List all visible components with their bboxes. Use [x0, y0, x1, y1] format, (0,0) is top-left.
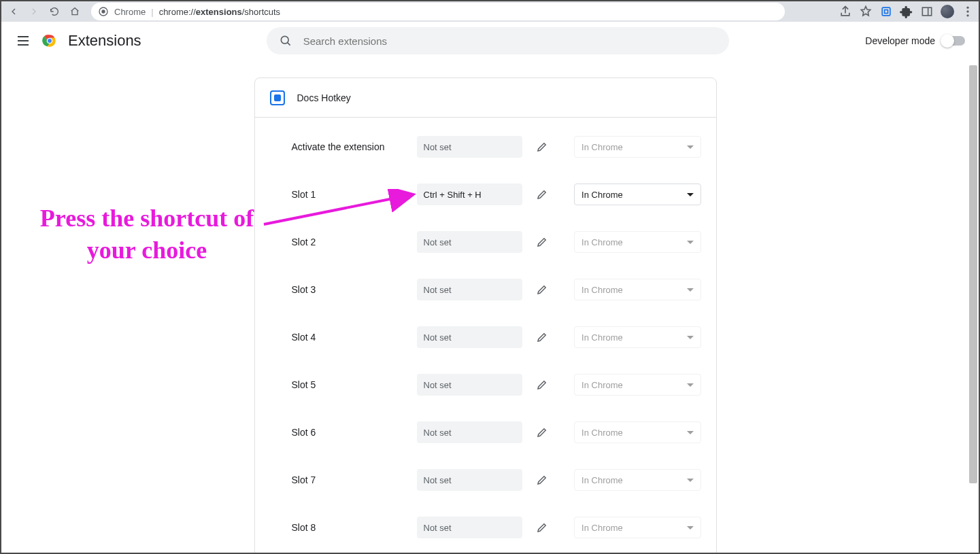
- shortcut-input[interactable]: Not set: [417, 326, 522, 348]
- shortcut-input[interactable]: Not set: [417, 469, 522, 491]
- pencil-icon: [536, 379, 548, 391]
- svg-rect-3: [885, 10, 888, 14]
- reload-button[interactable]: [46, 3, 63, 20]
- shortcut-label: Slot 2: [292, 237, 407, 247]
- edit-shortcut-button[interactable]: [533, 137, 551, 156]
- shortcut-label: Slot 6: [292, 427, 407, 438]
- scope-value: In Chrome: [581, 190, 623, 200]
- side-panel-icon[interactable]: [920, 5, 934, 18]
- address-bar[interactable]: Chrome | chrome://extensions/shortcuts: [91, 3, 785, 20]
- developer-mode-toggle[interactable]: [942, 36, 965, 46]
- content-area: Docs Hotkey Activate the extensionNot se…: [1, 61, 969, 553]
- svg-rect-2: [882, 7, 890, 16]
- shortcut-row: Slot 8Not setIn Chrome: [255, 504, 716, 551]
- browser-toolbar: Chrome | chrome://extensions/shortcuts: [1, 1, 979, 22]
- back-button[interactable]: [5, 3, 22, 20]
- shortcut-label: Slot 3: [292, 284, 407, 295]
- scope-dropdown[interactable]: In Chrome: [574, 184, 700, 205]
- svg-point-7: [966, 10, 968, 12]
- omnibox-url: chrome://extensions/shortcuts: [159, 7, 280, 17]
- extension-icon: [270, 90, 285, 105]
- svg-rect-4: [922, 7, 931, 16]
- pencil-icon: [536, 474, 548, 486]
- scope-value: In Chrome: [581, 332, 623, 343]
- shortcut-input[interactable]: Not set: [417, 136, 522, 158]
- shortcut-input[interactable]: Ctrl + Shift + H: [417, 184, 522, 205]
- shortcut-label: Slot 4: [292, 332, 407, 343]
- scope-value: In Chrome: [581, 475, 623, 485]
- shortcut-input[interactable]: Not set: [417, 517, 522, 538]
- svg-point-8: [966, 14, 968, 16]
- scope-dropdown: In Chrome: [574, 517, 700, 538]
- profile-avatar[interactable]: [941, 5, 954, 18]
- shortcut-row: Slot 6Not setIn Chrome: [255, 409, 716, 456]
- shortcut-label: Slot 5: [292, 379, 407, 390]
- chevron-down-icon: [687, 431, 694, 434]
- edit-shortcut-button[interactable]: [533, 232, 551, 252]
- chevron-down-icon: [687, 193, 694, 196]
- extension-card-header: Docs Hotkey: [255, 78, 716, 118]
- pencil-icon: [536, 331, 548, 343]
- shortcut-input[interactable]: Not set: [417, 231, 522, 253]
- edit-shortcut-button[interactable]: [533, 423, 551, 442]
- edit-shortcut-button[interactable]: [533, 470, 551, 489]
- page-header: Extensions Developer mode: [1, 22, 979, 60]
- pencil-icon: [536, 236, 548, 248]
- chevron-down-icon: [687, 526, 694, 530]
- chevron-down-icon: [687, 336, 694, 339]
- chevron-down-icon: [687, 145, 694, 149]
- shortcut-label: Activate the extension: [292, 141, 407, 152]
- extension-pin-icon[interactable]: [879, 5, 893, 18]
- edit-shortcut-button[interactable]: [533, 185, 551, 204]
- svg-point-15: [281, 36, 288, 44]
- pencil-icon: [536, 283, 548, 296]
- scope-dropdown: In Chrome: [574, 421, 700, 443]
- page-scrollbar[interactable]: [969, 61, 977, 553]
- shortcut-row: Slot 1Ctrl + Shift + HIn Chrome: [255, 171, 716, 218]
- shortcut-row: Activate the extensionNot setIn Chrome: [255, 123, 716, 171]
- scope-value: In Chrome: [581, 285, 623, 295]
- edit-shortcut-button[interactable]: [533, 328, 551, 347]
- bookmark-star-icon[interactable]: [859, 5, 873, 18]
- svg-point-6: [966, 7, 968, 9]
- extensions-puzzle-icon[interactable]: [900, 5, 913, 18]
- scope-value: In Chrome: [581, 237, 623, 247]
- pencil-icon: [536, 426, 548, 438]
- page-title: Extensions: [68, 32, 141, 50]
- shortcut-label: Slot 7: [292, 474, 407, 485]
- shortcut-label: Slot 1: [292, 189, 407, 200]
- scope-dropdown: In Chrome: [574, 136, 700, 158]
- scope-value: In Chrome: [581, 523, 623, 533]
- share-icon[interactable]: [839, 5, 852, 18]
- scope-value: In Chrome: [581, 142, 623, 152]
- scope-dropdown: In Chrome: [574, 326, 700, 348]
- edit-shortcut-button[interactable]: [533, 375, 551, 394]
- forward-button[interactable]: [26, 3, 42, 20]
- scope-value: In Chrome: [581, 380, 623, 390]
- extension-card: Docs Hotkey Activate the extensionNot se…: [254, 77, 717, 553]
- search-box[interactable]: [267, 27, 729, 54]
- svg-line-16: [287, 43, 290, 46]
- shortcut-input[interactable]: Not set: [417, 421, 522, 443]
- scope-value: In Chrome: [581, 428, 623, 438]
- menu-button[interactable]: [15, 33, 31, 49]
- search-input[interactable]: [302, 35, 717, 48]
- chrome-logo-icon: [41, 32, 58, 50]
- pencil-icon: [536, 141, 548, 153]
- chevron-down-icon: [687, 479, 694, 482]
- extension-name: Docs Hotkey: [297, 92, 351, 103]
- shortcut-input[interactable]: Not set: [417, 374, 522, 396]
- scope-dropdown: In Chrome: [574, 279, 700, 300]
- scope-dropdown: In Chrome: [574, 374, 700, 396]
- chevron-down-icon: [687, 288, 694, 292]
- edit-shortcut-button[interactable]: [533, 280, 551, 299]
- shortcut-row: Slot 7Not setIn Chrome: [255, 456, 716, 504]
- shortcut-label: Slot 8: [292, 522, 407, 533]
- developer-mode-label: Developer mode: [865, 35, 935, 46]
- edit-shortcut-button[interactable]: [533, 518, 551, 537]
- shortcut-input[interactable]: Not set: [417, 279, 522, 300]
- chrome-menu-icon[interactable]: [961, 5, 975, 18]
- home-button[interactable]: [67, 3, 83, 20]
- svg-point-1: [101, 10, 105, 13]
- chevron-down-icon: [687, 241, 694, 244]
